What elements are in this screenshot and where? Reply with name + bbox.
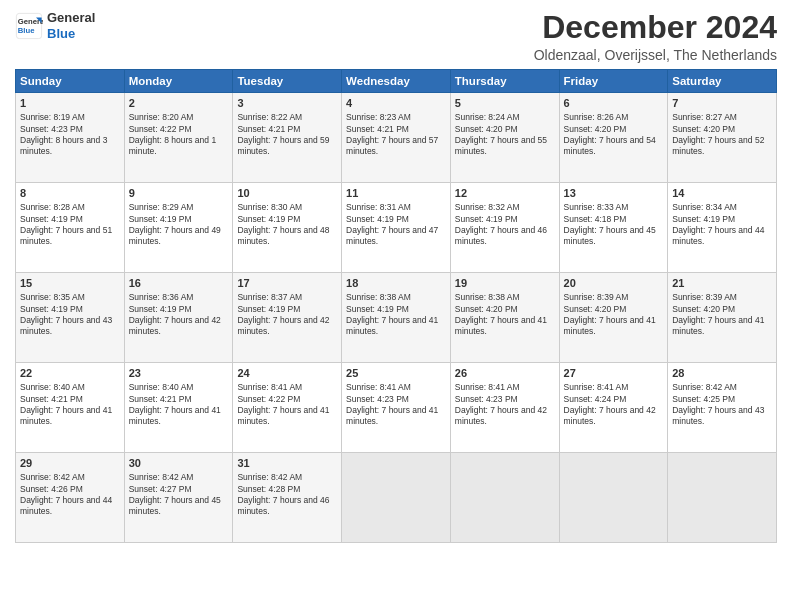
calendar-cell: 22Sunrise: 8:40 AMSunset: 4:21 PMDayligh… xyxy=(16,363,125,453)
sunset-label: Sunset: 4:23 PM xyxy=(20,124,83,134)
sunrise-label: Sunrise: 8:42 AM xyxy=(237,472,302,482)
sunset-label: Sunset: 4:20 PM xyxy=(455,304,518,314)
day-number: 22 xyxy=(20,366,120,381)
daylight-label: Daylight: 7 hours and 41 minutes. xyxy=(129,405,221,426)
sunrise-label: Sunrise: 8:35 AM xyxy=(20,292,85,302)
calendar-cell: 2Sunrise: 8:20 AMSunset: 4:22 PMDaylight… xyxy=(124,93,233,183)
sunset-label: Sunset: 4:20 PM xyxy=(564,304,627,314)
day-number: 8 xyxy=(20,186,120,201)
day-number: 3 xyxy=(237,96,337,111)
calendar-cell: 15Sunrise: 8:35 AMSunset: 4:19 PMDayligh… xyxy=(16,273,125,363)
daylight-label: Daylight: 7 hours and 41 minutes. xyxy=(672,315,764,336)
calendar-cell: 30Sunrise: 8:42 AMSunset: 4:27 PMDayligh… xyxy=(124,453,233,543)
sunset-label: Sunset: 4:20 PM xyxy=(672,304,735,314)
day-number: 29 xyxy=(20,456,120,471)
sunrise-label: Sunrise: 8:30 AM xyxy=(237,202,302,212)
day-number: 5 xyxy=(455,96,555,111)
calendar-cell: 20Sunrise: 8:39 AMSunset: 4:20 PMDayligh… xyxy=(559,273,668,363)
calendar-cell: 25Sunrise: 8:41 AMSunset: 4:23 PMDayligh… xyxy=(342,363,451,453)
calendar-cell: 4Sunrise: 8:23 AMSunset: 4:21 PMDaylight… xyxy=(342,93,451,183)
calendar-table: SundayMondayTuesdayWednesdayThursdayFrid… xyxy=(15,69,777,543)
day-number: 13 xyxy=(564,186,664,201)
calendar-cell: 3Sunrise: 8:22 AMSunset: 4:21 PMDaylight… xyxy=(233,93,342,183)
day-number: 1 xyxy=(20,96,120,111)
calendar-cell: 13Sunrise: 8:33 AMSunset: 4:18 PMDayligh… xyxy=(559,183,668,273)
day-number: 24 xyxy=(237,366,337,381)
calendar-cell xyxy=(450,453,559,543)
header-day-tuesday: Tuesday xyxy=(233,70,342,93)
daylight-label: Daylight: 8 hours and 3 minutes. xyxy=(20,135,107,156)
sunset-label: Sunset: 4:21 PM xyxy=(129,394,192,404)
daylight-label: Daylight: 7 hours and 54 minutes. xyxy=(564,135,656,156)
logo-text: General Blue xyxy=(47,10,95,41)
day-number: 28 xyxy=(672,366,772,381)
svg-text:Blue: Blue xyxy=(18,26,35,35)
sunset-label: Sunset: 4:19 PM xyxy=(129,214,192,224)
sunset-label: Sunset: 4:20 PM xyxy=(455,124,518,134)
daylight-label: Daylight: 7 hours and 52 minutes. xyxy=(672,135,764,156)
header-day-thursday: Thursday xyxy=(450,70,559,93)
day-number: 31 xyxy=(237,456,337,471)
calendar-week-5: 29Sunrise: 8:42 AMSunset: 4:26 PMDayligh… xyxy=(16,453,777,543)
daylight-label: Daylight: 7 hours and 44 minutes. xyxy=(20,495,112,516)
daylight-label: Daylight: 7 hours and 46 minutes. xyxy=(455,225,547,246)
day-number: 2 xyxy=(129,96,229,111)
calendar-week-4: 22Sunrise: 8:40 AMSunset: 4:21 PMDayligh… xyxy=(16,363,777,453)
day-number: 4 xyxy=(346,96,446,111)
sunrise-label: Sunrise: 8:40 AM xyxy=(129,382,194,392)
sunrise-label: Sunrise: 8:29 AM xyxy=(129,202,194,212)
sunset-label: Sunset: 4:19 PM xyxy=(237,304,300,314)
calendar-cell: 24Sunrise: 8:41 AMSunset: 4:22 PMDayligh… xyxy=(233,363,342,453)
daylight-label: Daylight: 7 hours and 46 minutes. xyxy=(237,495,329,516)
sunrise-label: Sunrise: 8:28 AM xyxy=(20,202,85,212)
daylight-label: Daylight: 7 hours and 57 minutes. xyxy=(346,135,438,156)
day-number: 25 xyxy=(346,366,446,381)
calendar-cell: 5Sunrise: 8:24 AMSunset: 4:20 PMDaylight… xyxy=(450,93,559,183)
calendar-cell: 14Sunrise: 8:34 AMSunset: 4:19 PMDayligh… xyxy=(668,183,777,273)
calendar-cell: 26Sunrise: 8:41 AMSunset: 4:23 PMDayligh… xyxy=(450,363,559,453)
sunrise-label: Sunrise: 8:20 AM xyxy=(129,112,194,122)
sunrise-label: Sunrise: 8:39 AM xyxy=(564,292,629,302)
daylight-label: Daylight: 8 hours and 1 minute. xyxy=(129,135,216,156)
sunrise-label: Sunrise: 8:38 AM xyxy=(346,292,411,302)
daylight-label: Daylight: 7 hours and 42 minutes. xyxy=(129,315,221,336)
daylight-label: Daylight: 7 hours and 45 minutes. xyxy=(564,225,656,246)
calendar-week-1: 1Sunrise: 8:19 AMSunset: 4:23 PMDaylight… xyxy=(16,93,777,183)
calendar-cell xyxy=(342,453,451,543)
sunset-label: Sunset: 4:19 PM xyxy=(129,304,192,314)
location-title: Oldenzaal, Overijssel, The Netherlands xyxy=(534,47,777,63)
daylight-label: Daylight: 7 hours and 44 minutes. xyxy=(672,225,764,246)
calendar-cell: 27Sunrise: 8:41 AMSunset: 4:24 PMDayligh… xyxy=(559,363,668,453)
sunset-label: Sunset: 4:26 PM xyxy=(20,484,83,494)
sunrise-label: Sunrise: 8:42 AM xyxy=(129,472,194,482)
daylight-label: Daylight: 7 hours and 41 minutes. xyxy=(237,405,329,426)
sunrise-label: Sunrise: 8:26 AM xyxy=(564,112,629,122)
calendar-cell: 16Sunrise: 8:36 AMSunset: 4:19 PMDayligh… xyxy=(124,273,233,363)
sunset-label: Sunset: 4:25 PM xyxy=(672,394,735,404)
sunset-label: Sunset: 4:24 PM xyxy=(564,394,627,404)
day-number: 12 xyxy=(455,186,555,201)
sunrise-label: Sunrise: 8:22 AM xyxy=(237,112,302,122)
sunrise-label: Sunrise: 8:33 AM xyxy=(564,202,629,212)
sunrise-label: Sunrise: 8:39 AM xyxy=(672,292,737,302)
daylight-label: Daylight: 7 hours and 42 minutes. xyxy=(564,405,656,426)
sunset-label: Sunset: 4:21 PM xyxy=(346,124,409,134)
calendar-cell xyxy=(559,453,668,543)
sunrise-label: Sunrise: 8:23 AM xyxy=(346,112,411,122)
logo-line1: General xyxy=(47,10,95,26)
daylight-label: Daylight: 7 hours and 43 minutes. xyxy=(20,315,112,336)
sunset-label: Sunset: 4:21 PM xyxy=(237,124,300,134)
daylight-label: Daylight: 7 hours and 43 minutes. xyxy=(672,405,764,426)
calendar-cell xyxy=(668,453,777,543)
sunset-label: Sunset: 4:22 PM xyxy=(237,394,300,404)
sunset-label: Sunset: 4:21 PM xyxy=(20,394,83,404)
calendar-cell: 6Sunrise: 8:26 AMSunset: 4:20 PMDaylight… xyxy=(559,93,668,183)
calendar-cell: 28Sunrise: 8:42 AMSunset: 4:25 PMDayligh… xyxy=(668,363,777,453)
day-number: 23 xyxy=(129,366,229,381)
daylight-label: Daylight: 7 hours and 47 minutes. xyxy=(346,225,438,246)
logo-line2: Blue xyxy=(47,26,95,42)
calendar-body: 1Sunrise: 8:19 AMSunset: 4:23 PMDaylight… xyxy=(16,93,777,543)
day-number: 27 xyxy=(564,366,664,381)
daylight-label: Daylight: 7 hours and 41 minutes. xyxy=(20,405,112,426)
sunrise-label: Sunrise: 8:42 AM xyxy=(672,382,737,392)
